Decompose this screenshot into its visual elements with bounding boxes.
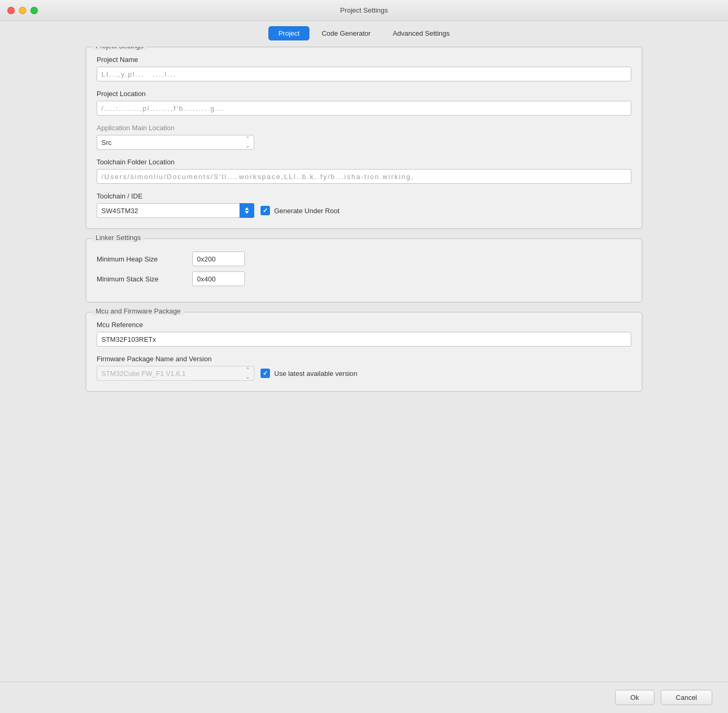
tab-project[interactable]: Project bbox=[268, 26, 309, 40]
linker-settings-panel: Linker Settings Minimum Heap Size Minimu… bbox=[86, 238, 642, 302]
generate-under-root-label: Generate Under Root bbox=[274, 207, 339, 215]
generate-under-root-row: ✓ Generate Under Root bbox=[261, 206, 339, 215]
app-main-location-select[interactable]: Src Inc Core bbox=[97, 135, 254, 150]
heap-size-row: Minimum Heap Size bbox=[97, 251, 631, 266]
project-name-group: Project Name bbox=[97, 56, 631, 81]
firmware-package-wrapper: STM32Cube FW_F1 V1.6.1 ⌃⌄ bbox=[97, 366, 254, 381]
cancel-button[interactable]: Cancel bbox=[661, 690, 712, 705]
heap-size-input[interactable] bbox=[192, 251, 245, 266]
maximize-button[interactable] bbox=[30, 7, 38, 14]
toolchain-ide-select[interactable]: SW4STM32 EWARM MDK-ARM Makefile bbox=[97, 203, 254, 218]
project-settings-legend: Project Settings bbox=[92, 47, 147, 50]
minimize-button[interactable] bbox=[19, 7, 26, 14]
project-name-label: Project Name bbox=[97, 56, 631, 64]
toolchain-folder-group: Toolchain Folder Location bbox=[97, 158, 631, 184]
mcu-firmware-legend: Mcu and Firmware Package bbox=[92, 307, 184, 315]
generate-under-root-checkbox[interactable]: ✓ bbox=[261, 206, 270, 215]
firmware-package-label: Firmware Package Name and Version bbox=[97, 355, 631, 363]
toolchain-ide-wrapper: SW4STM32 EWARM MDK-ARM Makefile bbox=[97, 203, 254, 218]
heap-size-label: Minimum Heap Size bbox=[97, 255, 186, 263]
stack-size-row: Minimum Stack Size bbox=[97, 271, 631, 286]
checkmark-icon: ✓ bbox=[263, 207, 268, 214]
app-main-location-label: Application Main Location bbox=[97, 124, 631, 132]
use-latest-label: Use latest available version bbox=[274, 370, 357, 378]
ok-button[interactable]: Ok bbox=[615, 690, 654, 705]
app-main-location-group: Application Main Location Src Inc Core ⌃… bbox=[97, 124, 631, 150]
toolchain-ide-row: SW4STM32 EWARM MDK-ARM Makefile ✓ Genera… bbox=[97, 203, 631, 218]
linker-settings-legend: Linker Settings bbox=[92, 234, 144, 242]
project-location-label: Project Location bbox=[97, 90, 631, 98]
tab-code-generator[interactable]: Code Generator bbox=[311, 26, 380, 40]
project-settings-panel: Project Settings Project Name Project Lo… bbox=[86, 47, 642, 229]
project-location-group: Project Location bbox=[97, 90, 631, 116]
firmware-package-group: Firmware Package Name and Version STM32C… bbox=[97, 355, 631, 381]
main-content: Project Settings Project Name Project Lo… bbox=[86, 47, 642, 681]
use-latest-row: ✓ Use latest available version bbox=[261, 369, 357, 378]
traffic-lights bbox=[7, 7, 38, 14]
linker-settings-content: Minimum Heap Size Minimum Stack Size bbox=[97, 247, 631, 286]
app-main-location-wrapper: Src Inc Core ⌃⌄ bbox=[97, 135, 254, 150]
project-name-input[interactable] bbox=[97, 67, 631, 81]
tab-bar: Project Code Generator Advanced Settings bbox=[0, 21, 728, 47]
tab-advanced-settings[interactable]: Advanced Settings bbox=[383, 26, 460, 40]
toolchain-folder-input[interactable] bbox=[97, 169, 631, 184]
mcu-firmware-panel: Mcu and Firmware Package Mcu Reference S… bbox=[86, 312, 642, 392]
toolchain-ide-label: Toolchain / IDE bbox=[97, 192, 631, 200]
mcu-reference-label: Mcu Reference bbox=[97, 321, 631, 329]
stack-size-input[interactable] bbox=[192, 271, 245, 286]
mcu-reference-value: STM32F103RETx bbox=[97, 332, 631, 347]
mcu-reference-group: Mcu Reference STM32F103RETx bbox=[97, 321, 631, 347]
project-location-input[interactable] bbox=[97, 101, 631, 116]
firmware-package-row: STM32Cube FW_F1 V1.6.1 ⌃⌄ ✓ Use latest a… bbox=[97, 366, 631, 381]
close-button[interactable] bbox=[7, 7, 15, 14]
toolchain-folder-label: Toolchain Folder Location bbox=[97, 158, 631, 166]
firmware-package-select[interactable]: STM32Cube FW_F1 V1.6.1 bbox=[97, 366, 254, 381]
toolchain-ide-group: Toolchain / IDE SW4STM32 EWARM MDK-ARM M… bbox=[97, 192, 631, 218]
title-bar: Project Settings bbox=[0, 0, 728, 21]
use-latest-checkbox[interactable]: ✓ bbox=[261, 369, 270, 378]
window-title: Project Settings bbox=[340, 6, 388, 14]
use-latest-checkmark-icon: ✓ bbox=[263, 370, 268, 376]
stack-size-label: Minimum Stack Size bbox=[97, 275, 186, 283]
bottom-bar: Ok Cancel bbox=[0, 681, 728, 713]
